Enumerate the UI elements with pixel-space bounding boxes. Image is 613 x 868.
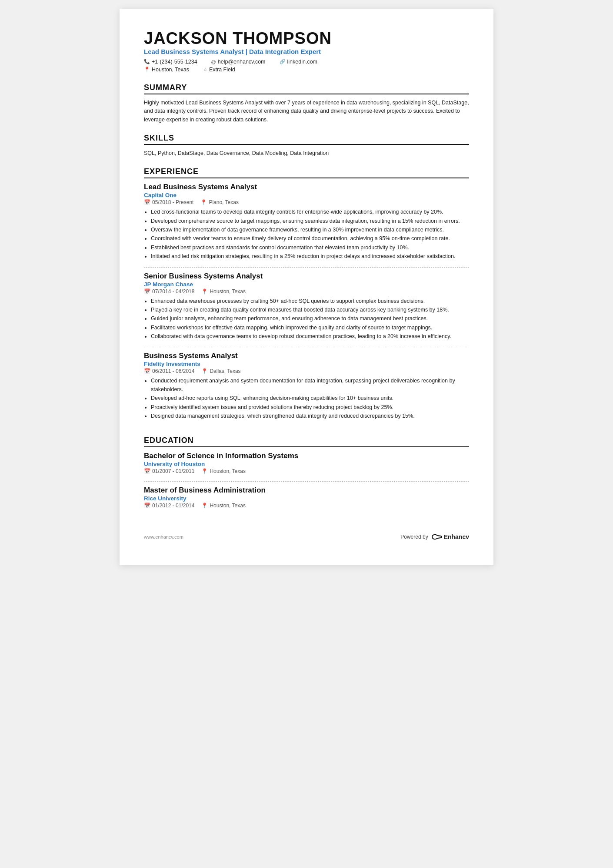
job-dates-2: 📅 06/2011 - 06/2014 — [144, 368, 194, 374]
footer-brand: Powered by Enhancv — [400, 533, 469, 541]
linkedin-contact: 🔗 linkedin.com — [280, 59, 317, 65]
job-dates-0: 📅 05/2018 - Present — [144, 199, 193, 205]
footer-website: www.enhancv.com — [144, 534, 183, 540]
contact-row-2: 📍 Houston, Texas ☆ Extra Field — [144, 67, 469, 74]
job-location-2: 📍 Dallas, Texas — [201, 368, 240, 374]
location-icon-edu-0: 📍 — [201, 468, 208, 474]
contact-row-1: 📞 +1-(234)-555-1234 @ help@enhancv.com 🔗… — [144, 59, 469, 66]
school-name-0: University of Houston — [144, 461, 469, 467]
skills-section: SKILLS SQL, Python, DataStage, Data Gove… — [144, 134, 469, 158]
linkedin-text: linkedin.com — [287, 59, 317, 65]
job-bullets-1: Enhanced data warehouse processes by cra… — [151, 297, 469, 341]
email-text: help@enhancv.com — [218, 59, 266, 65]
bullet-2-2: Proactively identified system issues and… — [151, 403, 469, 412]
skills-text: SQL, Python, DataStage, Data Governance,… — [144, 149, 469, 158]
job-block-1: Senior Business Systems Analyst JP Morga… — [144, 272, 469, 348]
summary-title: SUMMARY — [144, 83, 469, 94]
footer: www.enhancv.com Powered by Enhancv — [144, 533, 469, 541]
bullet-0-1: Developed comprehensive source to target… — [151, 217, 469, 225]
location-icon-0: 📍 — [200, 199, 207, 205]
bullet-2-0: Conducted requirement analysis and syste… — [151, 377, 469, 394]
candidate-title: Lead Business Systems Analyst | Data Int… — [144, 48, 469, 55]
company-name-1: JP Morgan Chase — [144, 281, 469, 288]
powered-by-text: Powered by — [400, 534, 428, 540]
bullet-0-5: Initiated and led risk mitigation strate… — [151, 252, 469, 261]
email-contact: @ help@enhancv.com — [211, 59, 266, 65]
location-icon: 📍 — [144, 67, 150, 72]
company-name-0: Capital One — [144, 192, 469, 198]
phone-icon: 📞 — [144, 59, 150, 64]
extra-field-text: Extra Field — [209, 67, 235, 73]
resume-page: JACKSON THOMPSON Lead Business Systems A… — [120, 9, 493, 565]
bullet-1-3: Facilitated workshops for effective data… — [151, 324, 469, 332]
school-name-1: Rice University — [144, 495, 469, 502]
star-icon: ☆ — [203, 67, 207, 72]
job-bullets-2: Conducted requirement analysis and syste… — [151, 377, 469, 420]
summary-section: SUMMARY Highly motivated Lead Business S… — [144, 83, 469, 124]
job-meta-2: 📅 06/2011 - 06/2014 📍 Dallas, Texas — [144, 368, 469, 374]
job-bullets-0: Led cross-functional teams to develop da… — [151, 208, 469, 261]
bullet-0-4: Established best practices and standards… — [151, 244, 469, 252]
experience-section: EXPERIENCE Lead Business Systems Analyst… — [144, 167, 469, 426]
degree-title-1: Master of Business Administration — [144, 486, 469, 495]
job-location-0: 📍 Plano, Texas — [200, 199, 239, 205]
job-meta-1: 📅 07/2014 - 04/2018 📍 Houston, Texas — [144, 288, 469, 295]
job-meta-0: 📅 05/2018 - Present 📍 Plano, Texas — [144, 199, 469, 205]
calendar-icon-1: 📅 — [144, 288, 150, 295]
edu-location-1: 📍 Houston, Texas — [201, 503, 246, 509]
company-name-2: Fidelity Investments — [144, 361, 469, 367]
brand-name: Enhancv — [444, 533, 469, 540]
edu-location-0: 📍 Houston, Texas — [201, 468, 246, 474]
bullet-0-2: Oversaw the implementation of data gover… — [151, 226, 469, 234]
location-contact: 📍 Houston, Texas — [144, 67, 189, 73]
job-location-1: 📍 Houston, Texas — [201, 288, 246, 295]
job-dates-1: 📅 07/2014 - 04/2018 — [144, 288, 194, 295]
link-icon: 🔗 — [280, 59, 286, 64]
location-text: Houston, Texas — [152, 67, 189, 73]
bullet-1-2: Guided junior analysts, enhancing team p… — [151, 315, 469, 323]
candidate-name: JACKSON THOMPSON — [144, 30, 469, 48]
job-title-1: Senior Business Systems Analyst — [144, 272, 469, 281]
enhancv-logo: Enhancv — [431, 533, 469, 541]
header: JACKSON THOMPSON Lead Business Systems A… — [144, 30, 469, 74]
extra-field-contact: ☆ Extra Field — [203, 67, 235, 73]
edu-dates-0: 📅 01/2007 - 01/2011 — [144, 468, 194, 474]
experience-title: EXPERIENCE — [144, 167, 469, 178]
edu-meta-1: 📅 01/2012 - 01/2014 📍 Houston, Texas — [144, 503, 469, 509]
edu-dates-1: 📅 01/2012 - 01/2014 — [144, 503, 194, 509]
job-block-0: Lead Business Systems Analyst Capital On… — [144, 183, 469, 267]
degree-title-0: Bachelor of Science in Information Syste… — [144, 452, 469, 460]
bullet-2-1: Developed ad-hoc reports using SQL, enha… — [151, 394, 469, 402]
job-block-2: Business Systems Analyst Fidelity Invest… — [144, 352, 469, 426]
bullet-0-3: Coordinated with vendor teams to ensure … — [151, 235, 469, 243]
bullet-0-0: Led cross-functional teams to develop da… — [151, 208, 469, 216]
edu-block-1: Master of Business Administration Rice U… — [144, 486, 469, 516]
education-section: EDUCATION Bachelor of Science in Informa… — [144, 436, 469, 516]
calendar-icon-0: 📅 — [144, 199, 150, 205]
location-icon-edu-1: 📍 — [201, 503, 208, 509]
summary-text: Highly motivated Lead Business Systems A… — [144, 99, 469, 124]
edu-block-0: Bachelor of Science in Information Syste… — [144, 452, 469, 482]
calendar-icon-edu-0: 📅 — [144, 468, 150, 474]
bullet-1-1: Played a key role in creating data quali… — [151, 306, 469, 314]
edu-meta-0: 📅 01/2007 - 01/2011 📍 Houston, Texas — [144, 468, 469, 474]
location-icon-1: 📍 — [201, 288, 208, 295]
job-title-2: Business Systems Analyst — [144, 352, 469, 360]
education-title: EDUCATION — [144, 436, 469, 447]
phone-contact: 📞 +1-(234)-555-1234 — [144, 59, 197, 65]
phone-text: +1-(234)-555-1234 — [152, 59, 197, 65]
job-title-0: Lead Business Systems Analyst — [144, 183, 469, 191]
bullet-2-3: Designed data management strategies, whi… — [151, 412, 469, 420]
bullet-1-4: Collaborated with data governance teams … — [151, 332, 469, 341]
location-icon-2: 📍 — [201, 368, 208, 374]
email-icon: @ — [211, 59, 216, 64]
enhancv-logo-svg — [431, 533, 443, 541]
skills-title: SKILLS — [144, 134, 469, 145]
calendar-icon-edu-1: 📅 — [144, 503, 150, 509]
calendar-icon-2: 📅 — [144, 368, 150, 374]
bullet-1-0: Enhanced data warehouse processes by cra… — [151, 297, 469, 305]
